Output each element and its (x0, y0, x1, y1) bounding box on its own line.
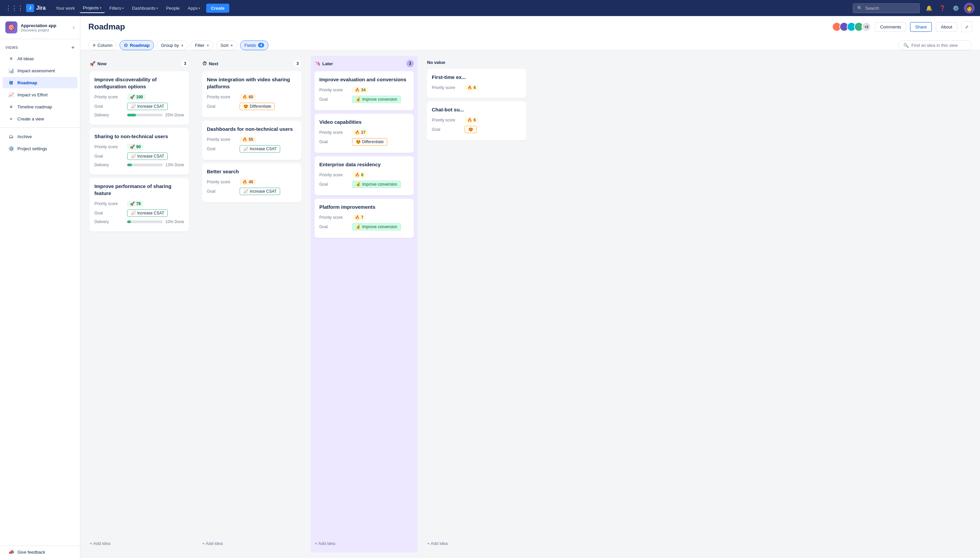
add-view-icon[interactable]: + (71, 44, 75, 51)
user-avatar[interactable]: 👩 (964, 3, 975, 13)
settings-icon[interactable]: ⚙️ (950, 3, 961, 13)
comments-button[interactable]: Comments (875, 22, 906, 32)
sort-btn[interactable]: Sort + (216, 41, 237, 50)
idea-search-input[interactable]: 🔍 Find an idea in this view (898, 41, 972, 50)
expand-button[interactable]: ⤢ (961, 21, 972, 32)
delivery-label: Delivery (94, 113, 125, 117)
about-button[interactable]: About (936, 22, 957, 32)
sidebar-item-impact-assessment[interactable]: 📊 Impact assessment (3, 65, 77, 76)
goal-badge: 📈 Increase CSAT (127, 153, 168, 160)
card-card-9[interactable]: Enterprise data residency Priority score… (315, 156, 414, 195)
add-idea-btn-later[interactable]: + Add idea (315, 538, 414, 549)
sidebar-collapse-icon[interactable]: ‹ (73, 25, 75, 30)
jira-logo[interactable]: J Jira (26, 4, 46, 12)
archive-icon: 🗂 (8, 133, 14, 140)
sidebar-item-archive[interactable]: 🗂 Archive (3, 131, 77, 142)
card-priority-field: Priority score 🔥 6 (432, 85, 521, 91)
all-ideas-icon: ≡ (8, 56, 14, 62)
group-by-btn[interactable]: Group by + (157, 41, 188, 50)
sidebar-project-header: 🎯 Appreciation app Discovery project ‹ (0, 16, 80, 39)
card-card-1[interactable]: Improve discoverability of configuration… (90, 71, 189, 125)
card-priority-field: Priority score 🚀 78 (94, 201, 184, 207)
priority-score-badge: 🔥 7 (352, 215, 366, 220)
sidebar-item-timeline[interactable]: ≡ Timeline roadmap (3, 101, 77, 112)
sidebar-item-project-settings[interactable]: ⚙️ Project settings (3, 143, 77, 154)
delivery-bar-bg (127, 220, 163, 223)
card-card-6[interactable]: Better search Priority score 🔥 45 Goal 📈… (202, 163, 301, 202)
card-card-5[interactable]: Dashboards for non-technical users Prior… (202, 121, 301, 160)
filter-btn[interactable]: Filter + (191, 41, 213, 50)
goal-label: Goal (319, 97, 349, 102)
column-no-value: No valueFirst-time ex... Priority score … (423, 56, 530, 553)
score-icon: 🚀 (130, 144, 135, 149)
dashboards-chevron-icon: ▾ (156, 7, 158, 10)
card-goal-field: Goal 💰 Improve conversion (319, 96, 409, 103)
card-card-8[interactable]: Video capabilities Priority score 🔥 27 G… (315, 114, 414, 153)
column-title-text-later: Later (322, 61, 333, 66)
delivery-bar-fill (127, 220, 131, 223)
sidebar-item-create-view[interactable]: + Create a view (3, 113, 77, 125)
roadmap-label: Roadmap (17, 80, 37, 85)
collaborator-avatars: +3 (832, 22, 871, 31)
search-bar[interactable]: 🔍 Search (853, 3, 920, 13)
add-idea-btn-now[interactable]: + Add idea (90, 538, 189, 549)
fields-btn[interactable]: Fields 4 (240, 41, 268, 50)
card-card-3[interactable]: Improve performance of sharing feature P… (90, 178, 189, 231)
roadmap-btn-label: Roadmap (130, 43, 150, 48)
score-icon: 🔥 (355, 215, 360, 220)
add-idea-btn-next[interactable]: + Add idea (202, 538, 301, 549)
priority-score-badge: 🚀 100 (127, 94, 146, 100)
card-card-2[interactable]: Sharing to non-technical users Priority … (90, 128, 189, 175)
column-header-later: 🦄Later3 (315, 60, 414, 67)
card-goal-field: Goal 📈 Increase CSAT (94, 103, 184, 110)
delivery-bar: 25% Done (127, 113, 184, 117)
sidebar-item-impact-vs-effort[interactable]: 📈 Impact vs Effort (3, 89, 77, 100)
goal-badge: 📈 Increase CSAT (127, 209, 168, 217)
column-toggle[interactable]: ≡ Column (88, 40, 117, 50)
idea-search-icon: 🔍 (903, 43, 909, 48)
filters-chevron-icon: ▾ (122, 7, 124, 10)
timeline-icon: ≡ (8, 104, 14, 110)
nav-people[interactable]: People (163, 4, 183, 13)
app-switcher-icon[interactable]: ⋮⋮⋮ (5, 4, 23, 12)
goal-icon: 😍 (356, 140, 361, 144)
sidebar-item-roadmap[interactable]: ⊞ Roadmap (3, 77, 77, 88)
create-button[interactable]: Create (206, 4, 229, 13)
nav-filters[interactable]: Filters ▾ (106, 4, 127, 13)
group-by-label: Group by (161, 43, 179, 48)
nav-dashboards[interactable]: Dashboards ▾ (128, 4, 161, 13)
nav-apps[interactable]: Apps ▾ (184, 4, 204, 13)
priority-score-badge: 🔥 6 (465, 117, 478, 123)
card-card-11[interactable]: First-time ex... Priority score 🔥 6 (427, 69, 526, 98)
archive-label: Archive (17, 134, 32, 139)
card-card-12[interactable]: Chat-bot su... Priority score 🔥 6 Goal 😍 (427, 101, 526, 141)
add-idea-btn-no-value[interactable]: + Add idea (427, 538, 526, 549)
notifications-icon[interactable]: 🔔 (924, 3, 934, 13)
card-card-7[interactable]: Improve evaluation and conversions Prior… (315, 71, 414, 110)
nav-projects[interactable]: Projects ▾ (80, 3, 105, 13)
sidebar-item-feedback[interactable]: 📣 Give feedback (3, 546, 77, 558)
impact-assessment-icon: 📊 (8, 67, 14, 74)
group-by-plus-icon: + (181, 43, 184, 48)
roadmap-view-btn[interactable]: ⊙ Roadmap (120, 40, 154, 50)
column-icon-later: 🦄 (315, 61, 320, 66)
goal-badge: 📈 Increase CSAT (240, 188, 280, 195)
kanban-board: 🚀Now3Improve discoverability of configur… (86, 56, 975, 553)
goal-badge: 📈 Increase CSAT (240, 145, 280, 153)
impact-effort-icon: 📈 (8, 92, 14, 98)
card-card-4[interactable]: New integration with video sharing platf… (202, 71, 301, 117)
priority-label: Priority score (319, 130, 349, 135)
delivery-bar-fill (127, 114, 136, 117)
sidebar-bottom: 📣 Give feedback (0, 546, 80, 558)
score-icon: 🔥 (242, 137, 247, 142)
card-card-10[interactable]: Platform improvements Priority score 🔥 7… (315, 199, 414, 238)
delivery-text: 10% Done (165, 220, 184, 224)
goal-label: Goal (94, 104, 125, 109)
help-icon[interactable]: ❓ (937, 3, 948, 13)
card-title: New integration with video sharing platf… (207, 76, 296, 90)
sidebar-item-all-ideas[interactable]: ≡ All ideas (3, 53, 77, 64)
sort-plus-icon: + (230, 43, 233, 48)
share-button[interactable]: Share (910, 22, 932, 32)
nav-your-work[interactable]: Your work (52, 4, 78, 13)
priority-score-badge: 🔥 8 (352, 172, 366, 178)
